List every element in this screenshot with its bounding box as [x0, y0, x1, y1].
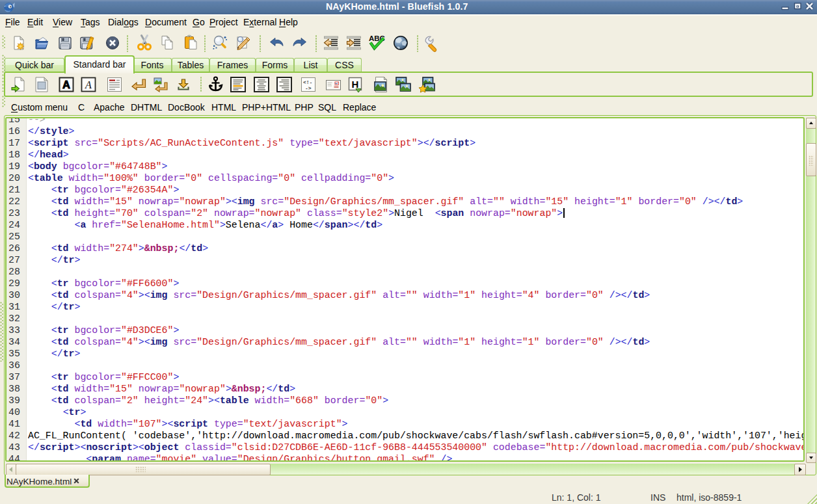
- svg-text:H: H: [352, 79, 359, 90]
- svg-text:->: ->: [305, 85, 312, 91]
- svg-text:A: A: [62, 79, 70, 90]
- svg-text:<!-: <!-: [303, 79, 312, 85]
- svg-text:A: A: [85, 79, 92, 90]
